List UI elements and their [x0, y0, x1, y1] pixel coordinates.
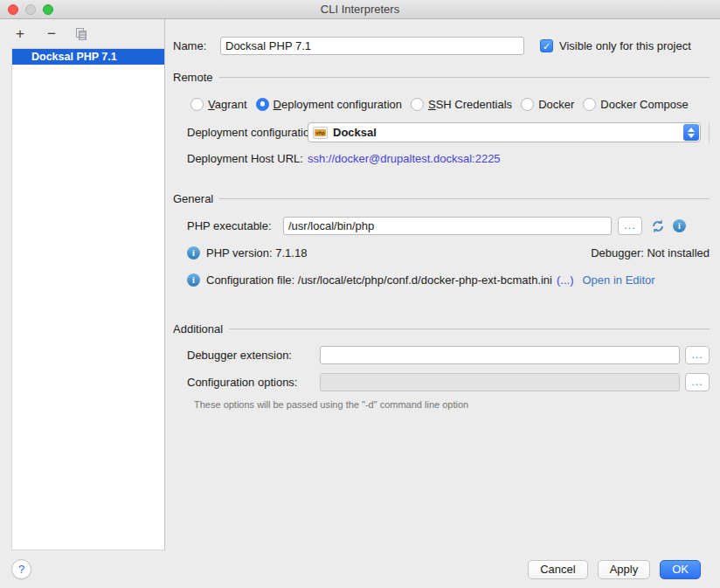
zoom-window-button[interactable] [43, 4, 53, 15]
general-section-title: General [173, 192, 213, 205]
dialog-footer: ? Cancel Apply OK [0, 550, 720, 588]
radio-docker-compose-label: Docker Compose [600, 98, 688, 111]
remote-section-title: Remote [173, 71, 213, 84]
debugger-extension-label: Debugger extension: [187, 349, 320, 362]
interpreter-name: Docksal PHP 7.1 [31, 51, 117, 63]
deployment-configuration-row: Deployment configuration: sftp Docksal [187, 122, 710, 142]
browse-configuration-options-button[interactable]: ... [685, 373, 710, 391]
deployment-configuration-select[interactable]: sftp Docksal [308, 122, 701, 142]
ok-button[interactable]: OK [660, 560, 701, 579]
radio-circle-icon [521, 98, 534, 111]
php-executable-info-icon[interactable]: i [673, 219, 686, 232]
list-toolbar: + − [0, 19, 164, 48]
radio-docker-label: Docker [538, 98, 574, 111]
cancel-button[interactable]: Cancel [528, 560, 587, 579]
php-executable-label: PHP executable: [187, 219, 283, 232]
window-title: CLI Interpreters [321, 3, 399, 16]
deployment-host-url-label: Deployment Host URL: [187, 152, 308, 165]
radio-vagrant-label: Vagrant [208, 98, 247, 111]
configuration-file-text: Configuration file: /usr/local/etc/php/c… [206, 273, 552, 287]
radio-circle-icon [411, 98, 424, 111]
interpreter-list-panel: + − Docksal PHP 7.1 [0, 19, 165, 550]
options-note: These options will be passed using the "… [194, 399, 710, 410]
php-version-text: PHP version: 7.1.18 [206, 246, 307, 259]
name-row: Name: ✓ Visible only for this project [173, 37, 710, 55]
radio-docker[interactable]: Docker [521, 98, 574, 111]
section-divider [229, 329, 710, 329]
radio-ssh-label: SSH Credentials [428, 98, 512, 111]
radio-deployment-label: Deployment configuration [273, 98, 402, 111]
deployment-configuration-value: Docksal [333, 126, 377, 139]
radio-vagrant[interactable]: Vagrant [190, 98, 247, 111]
configuration-options-row: Configuration options: ... [187, 373, 710, 391]
copy-interpreter-icon[interactable] [76, 28, 87, 40]
radio-selected-icon [256, 98, 269, 111]
list-item[interactable]: Docksal PHP 7.1 [12, 49, 164, 65]
radio-circle-icon [190, 98, 204, 111]
remote-section-header: Remote [173, 71, 710, 84]
reload-php-info-icon[interactable] [650, 218, 666, 234]
general-section-header: General [173, 192, 710, 205]
remove-interpreter-button[interactable]: − [45, 26, 59, 41]
additional-section-header: Additional [173, 322, 710, 336]
additional-section-title: Additional [173, 322, 223, 336]
show-all-config-files-link[interactable]: (...) [557, 273, 574, 287]
help-button[interactable]: ? [11, 559, 31, 579]
configuration-options-label: Configuration options: [187, 376, 320, 389]
radio-docker-compose[interactable]: Docker Compose [583, 98, 688, 111]
configuration-file-row: i Configuration file: /usr/local/etc/php… [187, 273, 710, 287]
name-input[interactable] [220, 37, 524, 55]
radio-ssh-credentials[interactable]: SSH Credentials [411, 98, 512, 111]
debugger-extension-input[interactable] [320, 346, 680, 364]
radio-circle-icon [583, 98, 596, 111]
browse-debugger-extension-button[interactable]: ... [685, 346, 710, 364]
interpreter-list: Docksal PHP 7.1 [11, 48, 164, 550]
add-interpreter-button[interactable]: + [13, 26, 27, 41]
vertical-divider [709, 123, 710, 142]
php-executable-input[interactable] [283, 217, 612, 235]
configuration-file-info-icon[interactable]: i [187, 273, 200, 287]
minimize-window-button [25, 4, 36, 15]
visible-only-label: Visible only for this project [559, 39, 691, 52]
sftp-icon: sftp [313, 127, 328, 139]
settings-panel: Name: ✓ Visible only for this project Re… [165, 19, 720, 550]
select-stepper-icon [683, 124, 699, 141]
open-in-editor-link[interactable]: Open in Editor [582, 273, 654, 287]
configuration-options-input[interactable] [320, 373, 680, 391]
cli-interpreters-dialog: CLI Interpreters + − Docksal PHP 7.1 [0, 0, 720, 588]
php-version-info-icon[interactable]: i [187, 246, 200, 259]
deployment-host-url-row: Deployment Host URL: ssh://docker@drupal… [187, 152, 710, 165]
remote-type-radio-group: Vagrant Deployment configuration SSH Cre… [190, 98, 720, 111]
php-version-row: i PHP version: 7.1.18 Debugger: Not inst… [187, 246, 710, 259]
checkbox-check-icon: ✓ [540, 39, 553, 52]
section-divider [219, 77, 710, 78]
apply-button[interactable]: Apply [598, 560, 651, 579]
title-bar: CLI Interpreters [0, 0, 720, 19]
close-window-button[interactable] [8, 4, 18, 15]
deployment-host-url-link[interactable]: ssh://docker@drupaltest.docksal:2225 [308, 152, 501, 165]
browse-php-executable-button[interactable]: ... [618, 217, 642, 235]
radio-deployment-configuration[interactable]: Deployment configuration [256, 98, 402, 111]
php-executable-row: PHP executable: ... i [187, 217, 710, 235]
name-label: Name: [173, 39, 220, 52]
debugger-status-text: Debugger: Not installed [591, 246, 710, 259]
traffic-lights [8, 4, 53, 15]
debugger-extension-row: Debugger extension: ... [187, 346, 710, 364]
deployment-configuration-label: Deployment configuration: [187, 126, 308, 139]
section-divider [219, 198, 710, 199]
visible-only-checkbox[interactable]: ✓ Visible only for this project [540, 39, 691, 52]
